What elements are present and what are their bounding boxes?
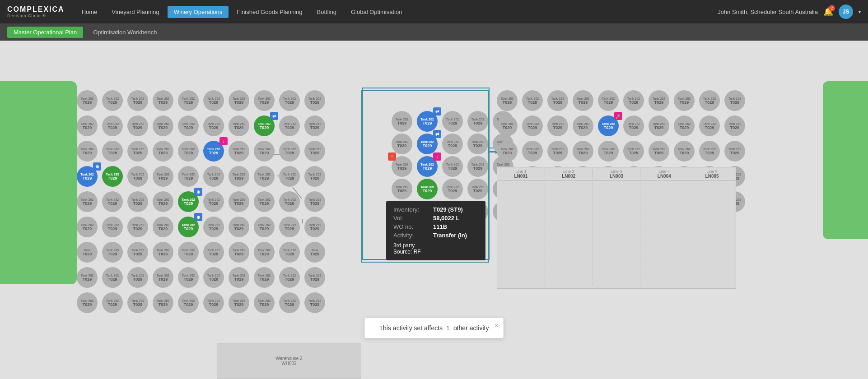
tank-item[interactable]: Tank 262T029 — [178, 166, 199, 187]
tank-item[interactable]: Tank 262T029 — [178, 141, 199, 162]
chevron-down-icon[interactable]: ▾ — [859, 9, 861, 14]
tank-green-cross2[interactable]: Tank 262T029 ⊕ — [178, 217, 199, 237]
sel-tank-blue2[interactable]: Tank 262T029 ⇄ — [417, 134, 438, 154]
tank-item[interactable]: Tank 262T029 — [102, 116, 123, 136]
tank-active-blue[interactable]: Tank 262T029 ↓ — [203, 141, 224, 162]
tank-item[interactable]: Tank 262T029 — [153, 191, 173, 212]
tank-cross-blue[interactable]: Tank 262T029 ⊕ — [77, 166, 98, 187]
tank-item[interactable]: Tank 262T029 — [77, 217, 98, 237]
rtank[interactable]: Tank 262T029 — [522, 141, 543, 162]
tank-item[interactable]: Tank 262T029 — [279, 90, 300, 111]
sel-tank[interactable]: Tank 262T029 — [467, 179, 488, 199]
tank-item[interactable]: Tank 262T029 — [203, 116, 224, 136]
rtank[interactable]: Tank 262T029 — [724, 90, 745, 111]
tank-item[interactable]: Tank 262T029 — [279, 191, 300, 212]
sel-tank[interactable]: Tank 262T029 — [442, 111, 463, 132]
tank-item[interactable]: Tank 262T029 — [279, 267, 300, 288]
tank-item[interactable]: Tank 262T029 — [254, 141, 275, 162]
tank-item[interactable]: Tank 262T029 — [153, 166, 173, 187]
tank-item[interactable]: Tank 262T029 — [127, 141, 148, 162]
nav-home[interactable]: Home — [75, 6, 104, 18]
rtank[interactable]: Tank 282T029 — [547, 90, 568, 111]
subnav-master-plan[interactable]: Master Operational Plan — [7, 27, 83, 38]
tank-285-green[interactable]: Tank 285T029 — [102, 166, 123, 187]
tank-item[interactable]: Tank 262T029 — [279, 141, 300, 162]
tank-item[interactable]: Tank 262T029 — [254, 90, 275, 111]
sel-tank[interactable]: Tank 262T029 — [467, 134, 488, 154]
tank-item[interactable]: Tank 262T029 — [102, 217, 123, 237]
tank-item[interactable]: Tank 262T029 — [254, 191, 275, 212]
tank-item[interactable]: Tank 262T029 — [178, 90, 199, 111]
rtank[interactable]: Tank 262T029 — [598, 141, 619, 162]
tank-item[interactable]: Tank 262T029 — [77, 191, 98, 212]
tank-item[interactable]: Tank 262T029 — [127, 292, 148, 313]
sel-tank[interactable]: Tank 262T029 — [467, 156, 488, 177]
tank-item[interactable]: Tank 262T029 — [153, 292, 173, 313]
sel-tank[interactable]: Tank 262T029 — [392, 179, 412, 199]
tank-item[interactable]: Tank 262T029 — [127, 166, 148, 187]
tank-item[interactable]: Tank 262T029 — [304, 191, 325, 212]
tank-item[interactable]: Tank 262T029 — [102, 141, 123, 162]
sel-tank[interactable]: Tank 262T029 — [442, 156, 463, 177]
tank-item[interactable]: TankT029 — [304, 242, 325, 263]
rtank[interactable]: Tank 262T029 — [573, 116, 593, 136]
tank-item[interactable]: Tank 262T029 — [279, 166, 300, 187]
rtank[interactable]: Tank 262T029 — [547, 116, 568, 136]
rtank[interactable]: Tank 282T029 — [649, 116, 669, 136]
tank-item[interactable]: Tank 262T029 — [304, 90, 325, 111]
sel-tank-active[interactable]: Tank 262T029 ↓ — [417, 156, 438, 177]
rtank[interactable]: Tank 262T029 — [724, 141, 745, 162]
rtank[interactable]: Tank 262T029 — [573, 90, 593, 111]
notification-link[interactable]: 1 — [446, 324, 450, 332]
rtank[interactable]: Tank 262T029 — [724, 116, 745, 136]
rtank[interactable]: Tank 262T029 — [497, 141, 518, 162]
tank-item[interactable]: Tank 262T029 — [279, 292, 300, 313]
tank-item[interactable]: Tank 262T029 — [127, 242, 148, 263]
tank-item[interactable]: Tank 262T029 — [127, 116, 148, 136]
nav-winery[interactable]: Winery Operations — [168, 6, 229, 18]
sel-tank-blue[interactable]: Tank 262T029 ⇄ — [417, 111, 438, 132]
tank-item[interactable]: Tank 262T029 — [153, 141, 173, 162]
tank-item[interactable]: Tank 262T029 — [153, 217, 173, 237]
tank-item[interactable]: Tank 285T029 — [102, 242, 123, 263]
tank-item[interactable]: Tank 262T029 — [254, 292, 275, 313]
rtank[interactable]: Tank 262T029 — [699, 90, 720, 111]
tank-item[interactable]: Tank 262T029 — [304, 292, 325, 313]
tank-item[interactable]: Tank 262T029 — [304, 116, 325, 136]
tank-item[interactable]: Tank 262T029 — [279, 116, 300, 136]
tank-item[interactable]: Tank 262T029 — [304, 141, 325, 162]
tank-item[interactable]: Tank 262T029 — [229, 116, 249, 136]
tank-item[interactable]: Tank 262T029 — [203, 242, 224, 263]
sel-tank[interactable]: Tank 262T029 ! — [392, 156, 412, 177]
sel-tank-285[interactable]: Tank 285T029 — [417, 179, 438, 199]
rtank[interactable]: Tank 262T029 — [699, 141, 720, 162]
tank-item[interactable]: Tank 262T029 — [153, 90, 173, 111]
avatar[interactable]: JS — [839, 5, 853, 19]
tank-item[interactable]: Tank 262T029 — [203, 217, 224, 237]
tank-item[interactable]: Tank 262T029 — [254, 166, 275, 187]
rtank[interactable]: Tank 282T029 — [649, 141, 669, 162]
tank-item[interactable]: TankT029 — [77, 242, 98, 263]
tank-item[interactable]: Tank 262T029 — [178, 242, 199, 263]
tank-item[interactable]: Tank 262T029 — [304, 166, 325, 187]
tank-item[interactable]: Tank 262T029 — [77, 90, 98, 111]
sel-tank[interactable]: Tank 262T029 — [392, 111, 412, 132]
notification-close-button[interactable]: × — [495, 322, 499, 330]
tank-item[interactable]: Tank 262T029 — [77, 116, 98, 136]
tank-item[interactable]: Tank 262T029 — [304, 217, 325, 237]
tank-item[interactable]: Tank 262T029 — [102, 90, 123, 111]
tank-item[interactable]: Tank 262T029 — [229, 141, 249, 162]
tank-item[interactable]: Tank 262T029 — [77, 267, 98, 288]
subnav-optimisation[interactable]: Optimisation Workbench — [87, 27, 163, 38]
rtank[interactable]: Tank 282T029 — [674, 90, 695, 111]
tank-green-cross[interactable]: Tank 262T029 ⊕ — [178, 191, 199, 212]
tank-item[interactable]: Tank 262T029 — [178, 116, 199, 136]
tank-item[interactable]: Tank 262T029 — [203, 166, 224, 187]
sel-tank[interactable]: Tank 262T029 — [392, 134, 412, 154]
rtank[interactable]: Tank 262T029 — [674, 141, 695, 162]
tank-item[interactable]: Tank 262T029 — [229, 191, 249, 212]
rtank[interactable]: Tank 262T029 — [497, 90, 518, 111]
tank-item[interactable]: Tank 262T029 — [203, 191, 224, 212]
tank-item[interactable]: Tank 252T029 — [279, 217, 300, 237]
tank-item[interactable]: Tank 262T029 — [127, 191, 148, 212]
